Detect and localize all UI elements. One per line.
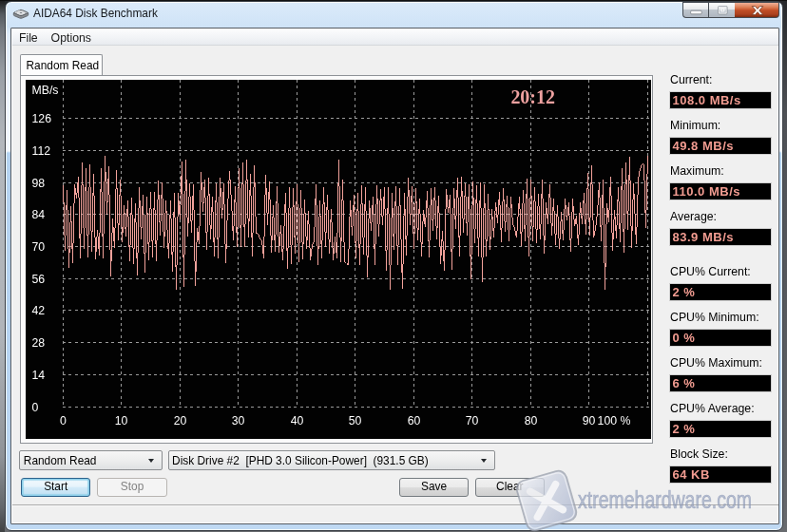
- svg-text:80: 80: [525, 414, 538, 428]
- svg-text:70: 70: [466, 414, 479, 428]
- svg-text:100 %: 100 %: [598, 414, 631, 428]
- svg-text:98: 98: [32, 177, 46, 190]
- svg-text:0: 0: [60, 414, 67, 428]
- svg-text:60: 60: [408, 414, 421, 428]
- svg-text:56: 56: [32, 273, 46, 286]
- svg-text:0: 0: [32, 401, 39, 414]
- svg-text:126: 126: [32, 112, 52, 125]
- svg-text:28: 28: [32, 336, 46, 350]
- svg-text:xtremehardware.com: xtremehardware.com: [578, 486, 752, 513]
- svg-text:42: 42: [32, 304, 46, 317]
- svg-text:14: 14: [32, 369, 46, 382]
- svg-text:30: 30: [232, 414, 245, 428]
- svg-text:10: 10: [115, 414, 128, 428]
- svg-text:84: 84: [32, 208, 46, 221]
- svg-text:112: 112: [32, 144, 51, 158]
- svg-text:20:12: 20:12: [511, 87, 556, 108]
- svg-text:MB/s: MB/s: [32, 85, 59, 98]
- svg-text:20: 20: [174, 414, 187, 428]
- svg-text:40: 40: [291, 414, 304, 428]
- svg-text:50: 50: [349, 414, 362, 428]
- svg-text:70: 70: [32, 240, 46, 254]
- svg-text:90: 90: [583, 414, 596, 428]
